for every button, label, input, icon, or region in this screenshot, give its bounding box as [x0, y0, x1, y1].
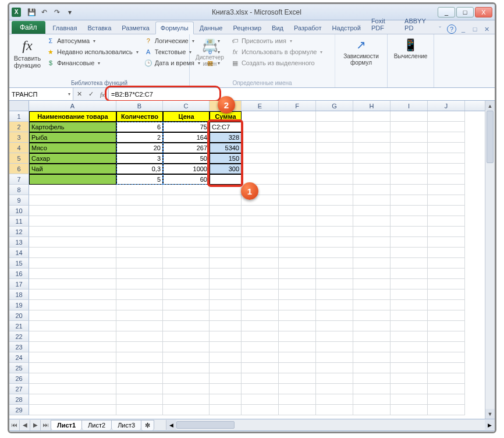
cell[interactable]	[29, 321, 116, 331]
cell[interactable]	[279, 342, 316, 352]
cell-D3[interactable]: 328	[210, 132, 242, 143]
hscroll-right[interactable]: ▶	[485, 420, 495, 430]
cell[interactable]	[353, 269, 391, 279]
cell[interactable]	[428, 384, 465, 394]
cell[interactable]	[279, 300, 316, 310]
autosum-button[interactable]: ΣАвтосумма▾	[45, 36, 140, 46]
cell[interactable]	[163, 363, 210, 373]
cell-C6[interactable]: 1000	[163, 164, 210, 174]
row-header-28[interactable]: 28	[9, 394, 29, 405]
cell[interactable]	[316, 384, 353, 394]
tab-insert[interactable]: Вставка	[83, 22, 116, 34]
cell-B2[interactable]: 6	[116, 122, 163, 132]
cell[interactable]	[391, 248, 428, 258]
row-header-29[interactable]: 29	[9, 405, 29, 415]
col-header-A[interactable]: A	[29, 101, 116, 111]
cell-A2[interactable]: Картофель	[29, 122, 116, 132]
cell[interactable]	[210, 394, 242, 405]
cell[interactable]	[163, 331, 210, 342]
cell-B5[interactable]: 3	[116, 153, 163, 164]
cell[interactable]	[210, 289, 242, 300]
cell[interactable]	[391, 300, 428, 310]
sheet-nav-next[interactable]: ▶	[30, 420, 41, 430]
row-header-18[interactable]: 18	[9, 289, 29, 300]
cell[interactable]	[428, 321, 465, 331]
cell[interactable]	[428, 216, 465, 227]
close-button[interactable]: X	[475, 7, 492, 17]
cell[interactable]	[210, 185, 242, 195]
cell[interactable]	[353, 321, 391, 331]
cell[interactable]	[242, 394, 279, 405]
cell[interactable]	[353, 132, 391, 143]
tab-abbyy[interactable]: ABBYY PD	[400, 15, 435, 34]
cell[interactable]	[279, 258, 316, 269]
tab-data[interactable]: Данные	[195, 22, 228, 34]
cell[interactable]	[279, 185, 316, 195]
define-name-button[interactable]: 🏷Присвоить имя▾	[230, 36, 324, 46]
cell[interactable]	[316, 143, 353, 153]
cell[interactable]	[428, 195, 465, 206]
row-header-6[interactable]: 6	[9, 164, 29, 174]
cell[interactable]	[391, 185, 428, 195]
tab-layout[interactable]: Разметка	[117, 22, 154, 34]
cell[interactable]	[242, 300, 279, 310]
cell[interactable]	[279, 394, 316, 405]
maximize-button[interactable]: □	[456, 7, 474, 17]
cell[interactable]	[29, 363, 116, 373]
cell[interactable]	[391, 394, 428, 405]
cell[interactable]	[116, 258, 163, 269]
cell[interactable]	[279, 164, 316, 174]
cell[interactable]	[391, 352, 428, 363]
cell[interactable]	[242, 279, 279, 289]
normal-view-icon[interactable]	[354, 433, 364, 434]
cell[interactable]	[242, 321, 279, 331]
sheet-tab-2[interactable]: Лист2	[81, 420, 112, 430]
cell[interactable]	[279, 195, 316, 206]
cell[interactable]	[242, 111, 279, 122]
cell[interactable]	[242, 342, 279, 352]
vertical-scrollbar[interactable]: ▲ ▼	[485, 101, 495, 419]
cell[interactable]	[391, 216, 428, 227]
tab-home[interactable]: Главная	[48, 22, 82, 34]
cell[interactable]	[353, 195, 391, 206]
cell[interactable]	[428, 237, 465, 248]
cell[interactable]	[163, 279, 210, 289]
cell[interactable]	[210, 384, 242, 394]
recent-functions-button[interactable]: ★Недавно использовались▾	[45, 47, 140, 57]
cell[interactable]	[353, 122, 391, 132]
cell[interactable]	[391, 143, 428, 153]
row-header-1[interactable]: 1	[9, 111, 29, 122]
cell[interactable]	[279, 153, 316, 164]
cell[interactable]	[353, 342, 391, 352]
cell-A5[interactable]: Сахар	[29, 153, 116, 164]
cell[interactable]	[391, 342, 428, 352]
cell[interactable]	[428, 363, 465, 373]
cell[interactable]	[29, 216, 116, 227]
cell[interactable]	[279, 216, 316, 227]
cell[interactable]	[316, 279, 353, 289]
cell[interactable]	[279, 289, 316, 300]
row-header-19[interactable]: 19	[9, 300, 29, 310]
cell[interactable]	[210, 227, 242, 237]
cell[interactable]	[29, 331, 116, 342]
formula-input[interactable]	[111, 91, 492, 98]
qat-dropdown[interactable]: ▾	[64, 6, 76, 18]
cell[interactable]	[163, 405, 210, 415]
cell[interactable]	[163, 384, 210, 394]
cell[interactable]	[353, 279, 391, 289]
cell[interactable]	[316, 352, 353, 363]
cell[interactable]	[29, 279, 116, 289]
cell-B4[interactable]: 20	[116, 143, 163, 153]
cell[interactable]	[353, 216, 391, 227]
scroll-thumb[interactable]	[487, 111, 494, 163]
cell[interactable]	[353, 111, 391, 122]
formula-auditing-button[interactable]: ↗ Зависимости формул	[341, 36, 381, 68]
cell-D6[interactable]: 300	[210, 164, 242, 174]
cell[interactable]	[116, 331, 163, 342]
cell[interactable]	[428, 310, 465, 321]
cell[interactable]	[242, 248, 279, 258]
cell[interactable]	[428, 289, 465, 300]
tab-review[interactable]: Рецензир	[228, 22, 266, 34]
cell[interactable]	[316, 289, 353, 300]
cell[interactable]	[163, 185, 210, 195]
